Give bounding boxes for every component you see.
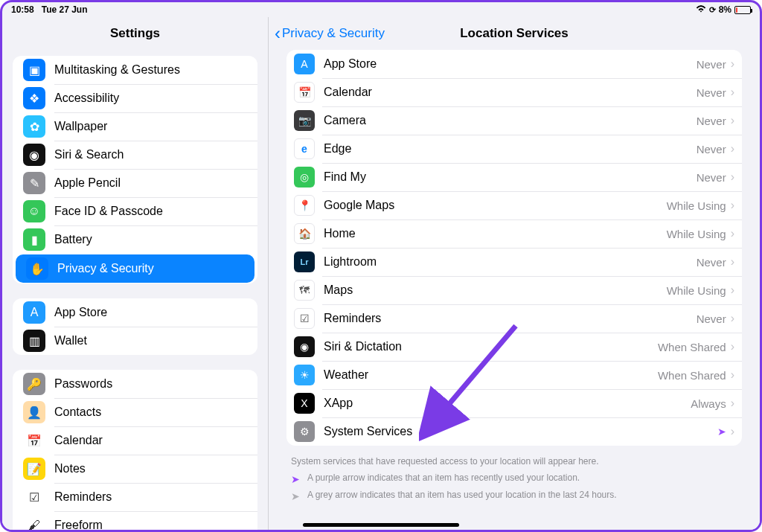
app-row-camera[interactable]: 📷CameraNever›: [286, 106, 742, 135]
app-row-siri-dictation[interactable]: ◉Siri & DictationWhen Shared›: [286, 333, 742, 361]
sidebar-item-accessibility[interactable]: ❖Accessibility: [13, 84, 257, 112]
app-label: Calendar: [324, 86, 697, 99]
chevron-right-icon: ›: [731, 199, 734, 212]
app-icon: 📅: [23, 429, 45, 452]
settings-sidebar: Settings ▣Multitasking & Gestures❖Access…: [2, 17, 269, 530]
app-row-weather[interactable]: ☀WeatherWhen Shared›: [286, 361, 742, 389]
app-label: Camera: [324, 114, 697, 127]
app-icon: ◉: [294, 336, 315, 357]
battery-percent: 8%: [719, 4, 731, 15]
app-icon: ◉: [23, 144, 45, 166]
app-row-app-store[interactable]: AApp StoreNever›: [286, 50, 742, 78]
sidebar-item-label: Wallpaper: [54, 120, 249, 133]
rotation-lock-icon: ⟳: [709, 5, 716, 15]
sidebar-item-label: Multitasking & Gestures: [54, 63, 249, 77]
sidebar-item-passwords[interactable]: 🔑Passwords: [13, 370, 257, 398]
app-row-lightroom[interactable]: LrLightroomNever›: [286, 248, 742, 276]
app-icon: 📝: [23, 458, 45, 480]
app-row-edge[interactable]: eEdgeNever›: [286, 135, 742, 163]
app-row-home[interactable]: 🏠HomeWhile Using›: [286, 219, 742, 248]
app-icon: ◎: [294, 167, 315, 188]
sidebar-item-face-id-passcode[interactable]: ☺Face ID & Passcode: [13, 197, 257, 225]
sidebar-item-privacy-security[interactable]: ✋Privacy & Security: [16, 254, 254, 283]
app-row-find-my[interactable]: ◎Find MyNever›: [286, 163, 742, 191]
app-icon: ☑: [23, 486, 45, 508]
app-row-calendar[interactable]: 📅CalendarNever›: [286, 78, 742, 106]
app-icon: Lr: [294, 251, 315, 272]
battery-icon: [734, 6, 751, 14]
app-label: Edge: [324, 142, 697, 156]
app-status: Never: [697, 86, 726, 99]
app-icon: 🗺: [294, 280, 315, 301]
sidebar-item-label: Siri & Search: [54, 148, 249, 161]
app-status: Never: [697, 58, 726, 71]
app-label: Google Maps: [324, 199, 667, 212]
detail-pane: ‹ Privacy & Security Location Services A…: [269, 17, 760, 530]
sidebar-item-app-store[interactable]: AApp Store: [13, 298, 257, 327]
app-label: Lightroom: [324, 255, 697, 269]
app-icon: 📅: [294, 82, 315, 103]
app-row-xapp[interactable]: XXAppAlways›: [286, 389, 742, 417]
app-row-maps[interactable]: 🗺MapsWhile Using›: [286, 276, 742, 304]
sidebar-item-label: Battery: [54, 233, 249, 246]
status-date: Tue 27 Jun: [42, 4, 88, 15]
chevron-right-icon: ›: [731, 312, 734, 325]
app-icon: 🖌: [23, 514, 45, 530]
sidebar-item-label: Wallet: [54, 334, 249, 347]
sidebar-item-wallpaper[interactable]: ✿Wallpaper: [13, 112, 257, 141]
chevron-right-icon: ›: [731, 255, 734, 269]
app-icon: X: [294, 393, 315, 414]
sidebar-item-calendar[interactable]: 📅Calendar: [13, 426, 257, 455]
app-label: Reminders: [324, 312, 697, 325]
sidebar-item-notes[interactable]: 📝Notes: [13, 455, 257, 483]
chevron-right-icon: ›: [731, 227, 734, 240]
sidebar-item-apple-pencil[interactable]: ✎Apple Pencil: [13, 169, 257, 197]
app-icon: ☀: [294, 365, 315, 385]
sidebar-item-label: App Store: [54, 306, 249, 319]
wifi-icon: [696, 4, 706, 15]
app-icon: 👤: [23, 401, 45, 423]
sidebar-item-reminders[interactable]: ☑Reminders: [13, 483, 257, 511]
app-icon: 🏠: [294, 223, 315, 244]
app-row-reminders[interactable]: ☑RemindersNever›: [286, 304, 742, 333]
sidebar-item-label: Notes: [54, 462, 249, 475]
app-status: While Using: [667, 284, 726, 297]
app-status: Never: [697, 256, 726, 269]
app-status: When Shared: [658, 341, 726, 353]
sidebar-item-battery[interactable]: ▮Battery: [13, 225, 257, 254]
status-time: 10:58: [11, 4, 34, 15]
sidebar-group-store: AApp Store▥Wallet: [13, 298, 257, 355]
app-row-google-maps[interactable]: 📍Google MapsWhile Using›: [286, 191, 742, 219]
sidebar-item-label: Freeform: [54, 519, 249, 530]
sidebar-item-siri-search[interactable]: ◉Siri & Search: [13, 141, 257, 169]
location-apps-list: AApp StoreNever›📅CalendarNever›📷CameraNe…: [286, 50, 742, 446]
sidebar-item-freeform[interactable]: 🖌Freeform: [13, 511, 257, 530]
home-indicator: [303, 523, 459, 527]
footer-note: System services that have requested acce…: [291, 455, 737, 468]
app-label: Siri & Dictation: [324, 340, 658, 353]
sidebar-item-label: Privacy & Security: [57, 262, 246, 275]
sidebar-group-apps: 🔑Passwords👤Contacts📅Calendar📝Notes☑Remin…: [13, 370, 257, 530]
sidebar-item-label: Contacts: [54, 406, 249, 419]
chevron-right-icon: ›: [731, 57, 734, 71]
sidebar-item-label: Reminders: [54, 490, 249, 504]
sidebar-item-label: Apple Pencil: [54, 176, 249, 190]
app-label: Find My: [324, 170, 697, 184]
sidebar-title: Settings: [2, 17, 268, 50]
sidebar-item-multitasking-gestures[interactable]: ▣Multitasking & Gestures: [13, 56, 257, 84]
detail-title: Location Services: [269, 17, 760, 50]
app-icon: 🔑: [23, 373, 45, 395]
sidebar-item-label: Face ID & Passcode: [54, 205, 249, 218]
app-icon: ▣: [23, 59, 45, 81]
sidebar-item-wallet[interactable]: ▥Wallet: [13, 327, 257, 355]
app-status: Never: [697, 143, 726, 156]
sidebar-item-contacts[interactable]: 👤Contacts: [13, 398, 257, 426]
app-label: Weather: [324, 368, 658, 382]
app-row-system-services[interactable]: ⚙System Services➤›: [286, 417, 742, 446]
app-icon: ✎: [23, 172, 45, 194]
sidebar-item-label: Passwords: [54, 377, 249, 391]
location-arrow-grey-icon: ➤: [291, 490, 300, 502]
legend-grey-text: A grey arrow indicates that an item has …: [307, 490, 617, 500]
chevron-right-icon: ›: [731, 368, 734, 382]
location-arrow-icon: ➤: [717, 426, 726, 438]
